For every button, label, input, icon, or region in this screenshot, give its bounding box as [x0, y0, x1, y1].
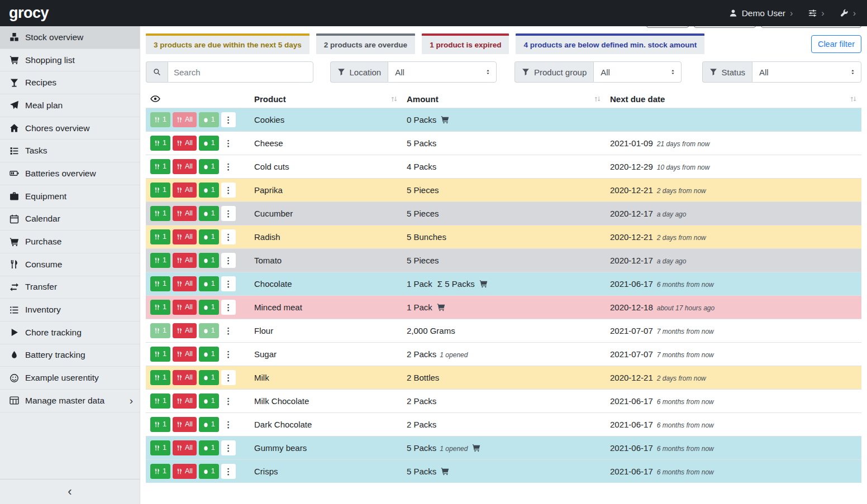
consume-all-button[interactable]: All: [173, 159, 197, 174]
utensils-icon: [177, 351, 183, 357]
sidebar-item-consume[interactable]: Consume: [0, 253, 140, 276]
consume-one-button[interactable]: 1: [150, 300, 170, 315]
consume-all-button[interactable]: All: [173, 323, 197, 338]
open-one-button[interactable]: 1: [199, 206, 219, 221]
overdue-filter-card[interactable]: 2 products are overdue: [316, 33, 415, 54]
sidebar-item-shopping-list[interactable]: Shopping list: [0, 49, 140, 72]
open-one-button[interactable]: 1: [199, 276, 219, 291]
consume-all-button[interactable]: All: [173, 464, 197, 479]
consume-all-button[interactable]: All: [173, 370, 197, 385]
admin-menu[interactable]: ›: [840, 9, 856, 18]
consume-one-button[interactable]: 1: [150, 393, 170, 409]
consume-all-button[interactable]: All: [173, 347, 197, 362]
below-min-stock-filter-card[interactable]: 4 products are below defined min. stock …: [516, 33, 704, 54]
consume-all-button[interactable]: All: [173, 183, 197, 198]
sidebar-item-calendar[interactable]: Calendar: [0, 208, 140, 231]
consume-all-button[interactable]: All: [173, 440, 197, 455]
open-one-button[interactable]: 1: [199, 440, 219, 455]
user-menu[interactable]: Demo User ›: [729, 8, 793, 18]
next-due-date-column-header[interactable]: Next due date: [606, 90, 861, 108]
consume-all-button[interactable]: All: [173, 206, 197, 221]
open-one-button[interactable]: 1: [199, 183, 219, 198]
consume-one-button[interactable]: 1: [150, 183, 170, 198]
open-one-button[interactable]: 1: [199, 159, 219, 174]
product-column-header[interactable]: Product: [250, 90, 402, 108]
row-menu-button[interactable]: ⋮: [221, 370, 236, 385]
eye-column-header[interactable]: [146, 90, 250, 108]
consume-one-button[interactable]: 1: [150, 370, 170, 385]
row-menu-button[interactable]: ⋮: [221, 229, 236, 244]
consume-all-button[interactable]: All: [173, 229, 197, 244]
sidebar-item-inventory[interactable]: Inventory: [0, 299, 140, 321]
consume-all-button[interactable]: All: [173, 417, 197, 432]
consume-one-button[interactable]: 1: [150, 347, 170, 362]
row-menu-button[interactable]: ⋮: [221, 323, 236, 338]
consume-one-button[interactable]: 1: [150, 206, 170, 221]
sidebar-item-recipes[interactable]: Recipes: [0, 71, 140, 94]
consume-one-button[interactable]: 1: [150, 253, 170, 268]
expired-filter-card[interactable]: 1 product is expired: [422, 33, 509, 54]
open-one-button[interactable]: 1: [199, 136, 219, 151]
open-one-button[interactable]: 1: [199, 393, 219, 409]
sidebar-item-transfer[interactable]: Transfer: [0, 276, 140, 299]
row-menu-button[interactable]: ⋮: [221, 393, 236, 409]
row-menu-button[interactable]: ⋮: [221, 253, 236, 268]
row-menu-button[interactable]: ⋮: [221, 276, 236, 291]
row-menu-button[interactable]: ⋮: [221, 300, 236, 315]
app-logo[interactable]: grocy: [9, 4, 49, 22]
row-menu-button[interactable]: ⋮: [221, 440, 236, 455]
consume-all-button[interactable]: All: [173, 136, 197, 151]
sidebar-collapse-button[interactable]: ‹: [0, 479, 140, 504]
sidebar-item-chores-overview[interactable]: Chores overview: [0, 117, 140, 140]
open-one-button[interactable]: 1: [199, 253, 219, 268]
open-one-button[interactable]: 1: [199, 229, 219, 244]
sidebar-item-meal-plan[interactable]: Meal plan: [0, 94, 140, 117]
location-select[interactable]: All: [388, 61, 497, 83]
consume-one-button[interactable]: 1: [150, 417, 170, 432]
egg-icon: [203, 304, 209, 310]
open-one-button[interactable]: 1: [199, 370, 219, 385]
row-menu-button[interactable]: ⋮: [221, 417, 236, 432]
consume-one-button[interactable]: 1: [150, 464, 170, 479]
search-input[interactable]: [168, 61, 313, 83]
row-menu-button[interactable]: ⋮: [221, 136, 236, 151]
consume-all-button[interactable]: All: [173, 300, 197, 315]
consume-all-button[interactable]: All: [173, 276, 197, 291]
row-menu-button[interactable]: ⋮: [221, 464, 236, 479]
consume-all-button[interactable]: All: [173, 393, 197, 409]
open-one-button[interactable]: 1: [199, 300, 219, 315]
table-icon: [8, 396, 20, 405]
sidebar-item-batteries-overview[interactable]: Batteries overview: [0, 162, 140, 185]
due-soon-filter-card[interactable]: 3 products are due within the next 5 day…: [146, 33, 309, 54]
sidebar-item-manage-master-data[interactable]: Manage master data ›: [0, 390, 140, 412]
open-one-button[interactable]: 1: [199, 347, 219, 362]
clear-filter-button[interactable]: Clear filter: [811, 35, 861, 53]
stock-table-body: 1 All 1 ⋮ Cookies 0 Packs 1: [146, 108, 861, 483]
row-menu-button[interactable]: ⋮: [221, 183, 236, 198]
consume-one-button[interactable]: 1: [150, 276, 170, 291]
sidebar-item-purchase[interactable]: Purchase: [0, 231, 140, 253]
row-menu-button[interactable]: ⋮: [221, 347, 236, 362]
consume-all-button[interactable]: All: [173, 253, 197, 268]
sidebar-item-chore-tracking[interactable]: Chore tracking: [0, 321, 140, 344]
row-menu-button[interactable]: ⋮: [221, 159, 236, 174]
row-menu-button[interactable]: ⋮: [221, 206, 236, 221]
amount-column-header[interactable]: Amount: [402, 90, 606, 108]
sidebar-item-tasks[interactable]: Tasks: [0, 140, 140, 162]
status-select[interactable]: All: [752, 61, 861, 83]
product-group-select[interactable]: All: [593, 61, 681, 83]
next-due-date: 2021-06-176 months from now: [606, 460, 861, 483]
settings-menu[interactable]: ›: [808, 9, 824, 18]
row-menu-button[interactable]: ⋮: [221, 112, 236, 127]
sidebar-item-stock-overview[interactable]: Stock overview: [0, 26, 140, 49]
sidebar-item-battery-tracking[interactable]: Battery tracking: [0, 344, 140, 367]
consume-one-button[interactable]: 1: [150, 136, 170, 151]
open-one-button[interactable]: 1: [199, 464, 219, 479]
sidebar-item-equipment[interactable]: Equipment: [0, 185, 140, 208]
consume-one-button[interactable]: 1: [150, 440, 170, 455]
open-one-button[interactable]: 1: [199, 417, 219, 432]
next-due-date: 2020-12-17a day ago: [606, 249, 861, 272]
consume-one-button[interactable]: 1: [150, 229, 170, 244]
consume-one-button[interactable]: 1: [150, 159, 170, 174]
sidebar-item-example-userentity[interactable]: Example userentity: [0, 367, 140, 390]
